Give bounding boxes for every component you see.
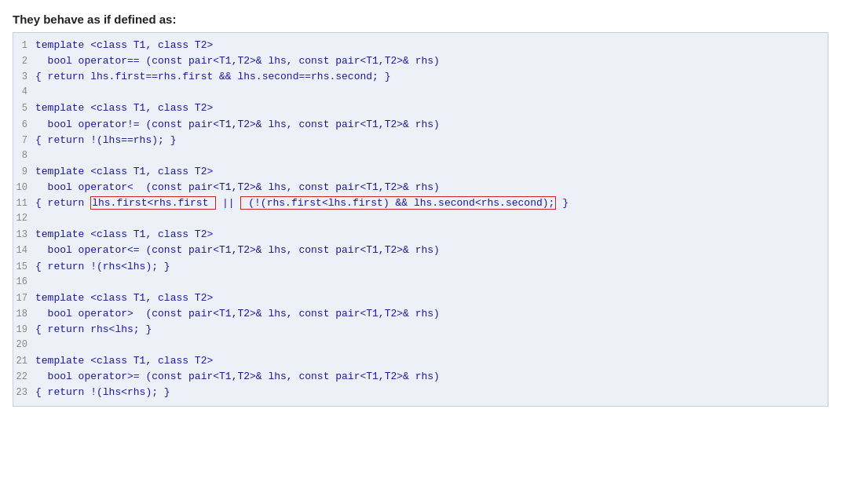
line-content: bool operator!= (const pair<T1,T2>& lhs,… — [35, 117, 440, 133]
code-line: 6 bool operator!= (const pair<T1,T2>& lh… — [13, 117, 828, 133]
line-number: 2 — [13, 54, 35, 69]
code-line: 19{ return rhs<lhs; } — [13, 322, 828, 338]
code-line: 16 — [13, 275, 828, 290]
code-line: 5template <class T1, class T2> — [13, 100, 828, 116]
section-heading: They behave as if defined as: — [13, 13, 828, 26]
code-line: 7{ return !(lhs==rhs); } — [13, 133, 828, 148]
line-content: bool operator> (const pair<T1,T2>& lhs, … — [35, 306, 440, 322]
line-content: bool operator<= (const pair<T1,T2>& lhs,… — [35, 243, 440, 258]
code-line: 21template <class T1, class T2> — [13, 353, 828, 369]
line-number: 1 — [13, 38, 35, 53]
line-content: { return !(lhs==rhs); } — [35, 133, 176, 148]
code-line: 22 bool operator>= (const pair<T1,T2>& l… — [13, 369, 828, 385]
line-number: 5 — [13, 101, 35, 116]
line-number: 12 — [13, 211, 35, 226]
code-block: 1template <class T1, class T2>2 bool ope… — [13, 32, 828, 407]
line-number: 17 — [13, 291, 35, 306]
line-number: 22 — [13, 370, 35, 385]
code-line: 3{ return lhs.first==rhs.first && lhs.se… — [13, 69, 828, 85]
code-line: 14 bool operator<= (const pair<T1,T2>& l… — [13, 243, 828, 258]
line-content: template <class T1, class T2> — [35, 38, 213, 53]
line-number: 15 — [13, 260, 35, 275]
code-line: 12 — [13, 211, 828, 227]
code-line: 10 bool operator< (const pair<T1,T2>& lh… — [13, 180, 828, 195]
line-number: 10 — [13, 181, 35, 195]
line-number: 18 — [13, 307, 35, 322]
line-number: 6 — [13, 118, 35, 133]
line-number: 3 — [13, 70, 35, 85]
code-line: 1template <class T1, class T2> — [13, 38, 828, 53]
line-content: bool operator>= (const pair<T1,T2>& lhs,… — [35, 369, 440, 385]
line-content: bool operator== (const pair<T1,T2>& lhs,… — [35, 53, 440, 69]
highlight-box-1: lhs.first<rhs.first — [90, 196, 216, 210]
code-line: 4 — [13, 85, 828, 100]
line-content: template <class T1, class T2> — [35, 290, 213, 306]
line-content: template <class T1, class T2> — [35, 164, 213, 180]
code-line: 11{ return lhs.first<rhs.first || (!(rhs… — [13, 195, 828, 211]
highlight-box-2: (!(rhs.first<lhs.first) && lhs.second<rh… — [240, 196, 556, 210]
line-number: 20 — [13, 338, 35, 352]
line-content: template <class T1, class T2> — [35, 227, 213, 243]
line-number: 21 — [13, 354, 35, 369]
code-line: 2 bool operator== (const pair<T1,T2>& lh… — [13, 53, 828, 69]
line-content: template <class T1, class T2> — [35, 353, 213, 369]
line-number: 8 — [13, 148, 35, 163]
line-content: { return lhs.first<rhs.first || (!(rhs.f… — [35, 195, 569, 211]
line-number: 16 — [13, 275, 35, 290]
code-line: 13template <class T1, class T2> — [13, 227, 828, 243]
line-number: 13 — [13, 228, 35, 243]
line-number: 14 — [13, 243, 35, 258]
code-line: 17template <class T1, class T2> — [13, 290, 828, 306]
code-line: 20 — [13, 338, 828, 353]
line-number: 7 — [13, 133, 35, 148]
code-line: 8 — [13, 148, 828, 164]
line-number: 9 — [13, 165, 35, 180]
line-content: bool operator< (const pair<T1,T2>& lhs, … — [35, 180, 440, 195]
code-line: 15{ return !(rhs<lhs); } — [13, 259, 828, 275]
code-line: 9template <class T1, class T2> — [13, 164, 828, 180]
line-content: { return rhs<lhs; } — [35, 322, 152, 338]
line-content: { return !(lhs<rhs); } — [35, 385, 170, 400]
line-number: 11 — [13, 196, 35, 211]
line-number: 19 — [13, 323, 35, 338]
line-content: { return lhs.first==rhs.first && lhs.sec… — [35, 69, 390, 85]
line-content: { return !(rhs<lhs); } — [35, 259, 170, 275]
line-number: 23 — [13, 385, 35, 400]
line-content: template <class T1, class T2> — [35, 100, 213, 116]
code-line: 23{ return !(lhs<rhs); } — [13, 385, 828, 400]
code-line: 18 bool operator> (const pair<T1,T2>& lh… — [13, 306, 828, 322]
line-number: 4 — [13, 85, 35, 100]
